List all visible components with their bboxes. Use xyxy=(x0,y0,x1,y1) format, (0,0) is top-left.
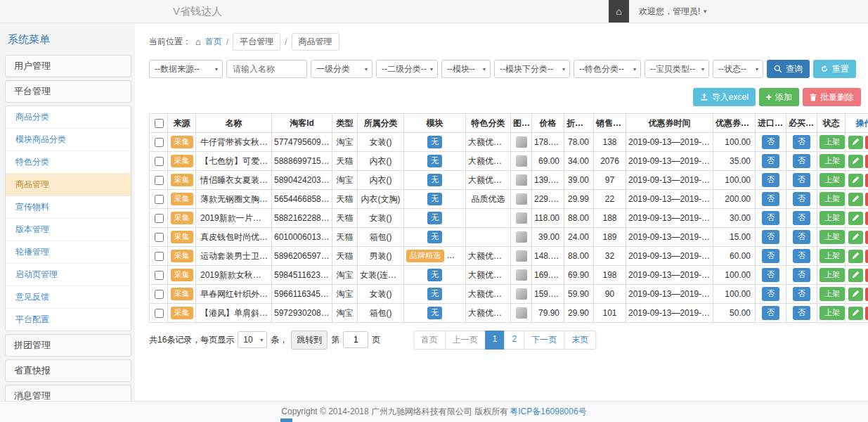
delete-button[interactable] xyxy=(865,288,868,301)
row-checkbox[interactable] xyxy=(155,214,164,223)
sidebar-subitem-6[interactable]: 轮播管理 xyxy=(6,241,131,263)
edit-button[interactable] xyxy=(848,174,863,187)
status-button[interactable]: 上架 xyxy=(820,268,845,281)
import-select-toggle[interactable]: 否 xyxy=(762,306,779,319)
user-dropdown[interactable]: 欢迎您，管理员! ▼ xyxy=(639,6,708,18)
import-select-toggle[interactable]: 否 xyxy=(762,135,779,148)
must-buy-toggle[interactable]: 否 xyxy=(793,211,810,224)
level1-category-select[interactable]: 一级分类▾ xyxy=(311,60,373,78)
import-select-toggle[interactable]: 否 xyxy=(762,173,779,186)
status-select[interactable]: --状态--▾ xyxy=(713,60,763,78)
edit-button[interactable] xyxy=(848,155,863,168)
pagination-item[interactable]: 2 xyxy=(505,331,525,350)
status-button[interactable]: 上架 xyxy=(820,249,845,262)
row-checkbox[interactable] xyxy=(155,252,164,261)
status-button[interactable]: 上架 xyxy=(820,211,845,224)
sidebar-subitem-7[interactable]: 启动页管理 xyxy=(6,263,131,286)
sidebar-subitem-9[interactable]: 平台配置 xyxy=(6,308,131,331)
sidebar-subitem-0[interactable]: 商品分类 xyxy=(6,106,131,128)
row-checkbox[interactable] xyxy=(155,233,164,242)
sidebar-subitem-5[interactable]: 版本管理 xyxy=(6,218,131,241)
delete-button[interactable] xyxy=(865,250,868,263)
edit-button[interactable] xyxy=(848,269,863,282)
delete-button[interactable] xyxy=(865,231,868,244)
import-excel-button[interactable]: 导入excel xyxy=(693,88,756,106)
breadcrumb-home-link[interactable]: 首页 xyxy=(205,36,222,48)
row-checkbox[interactable] xyxy=(155,290,164,299)
import-select-toggle[interactable]: 否 xyxy=(762,287,779,300)
delete-button[interactable] xyxy=(865,269,868,282)
must-buy-toggle[interactable]: 否 xyxy=(793,249,810,262)
pagination-current-page[interactable]: 1 xyxy=(485,331,505,350)
edit-button[interactable] xyxy=(848,212,863,225)
must-buy-toggle[interactable]: 否 xyxy=(793,154,810,167)
import-select-toggle[interactable]: 否 xyxy=(762,249,779,262)
delete-button[interactable] xyxy=(865,155,868,168)
search-button[interactable]: 查询 xyxy=(767,60,810,78)
sidebar-subitem-2[interactable]: 特色分类 xyxy=(6,151,131,173)
import-select-toggle[interactable]: 否 xyxy=(762,192,779,205)
row-checkbox[interactable] xyxy=(155,157,164,166)
must-buy-toggle[interactable]: 否 xyxy=(793,135,810,148)
module-subcategory-select[interactable]: --模块下分类--▾ xyxy=(494,60,570,78)
feature-category-select[interactable]: --特色分类--▾ xyxy=(574,60,641,78)
sidebar-subitem-4[interactable]: 宣传物料 xyxy=(6,196,131,218)
edit-button[interactable] xyxy=(848,193,863,206)
edit-button[interactable] xyxy=(848,231,863,244)
delete-button[interactable] xyxy=(865,174,868,187)
must-buy-toggle[interactable]: 否 xyxy=(793,173,810,186)
add-button[interactable]: + 添加 xyxy=(759,88,799,106)
row-checkbox[interactable] xyxy=(155,138,164,147)
edit-button[interactable] xyxy=(848,136,863,149)
edit-button[interactable] xyxy=(848,307,863,320)
row-checkbox[interactable] xyxy=(155,195,164,204)
status-button[interactable]: 上架 xyxy=(820,173,845,186)
sidebar-subitem-3[interactable]: 商品管理 xyxy=(6,173,131,196)
item-type-select[interactable]: --宝贝类型--▾ xyxy=(644,60,709,78)
goto-page-button[interactable]: 跳转到 xyxy=(291,331,328,350)
import-select-toggle[interactable]: 否 xyxy=(762,154,779,167)
breadcrumb-item-goods[interactable]: 商品管理 xyxy=(292,33,339,51)
module-select[interactable]: --模块--▾ xyxy=(441,60,491,78)
must-buy-toggle[interactable]: 否 xyxy=(793,230,810,243)
home-nav-button[interactable]: ⌂ xyxy=(609,0,629,23)
pagination-item[interactable]: 末页 xyxy=(564,331,596,350)
sidebar-item-3[interactable]: 省直快报 xyxy=(5,359,131,382)
must-buy-toggle[interactable]: 否 xyxy=(793,306,810,319)
row-checkbox[interactable] xyxy=(155,271,164,280)
status-button[interactable]: 上架 xyxy=(820,287,845,300)
name-search-input[interactable] xyxy=(226,60,307,78)
data-source-select[interactable]: --数据来源--▾ xyxy=(149,60,223,78)
select-all-checkbox[interactable] xyxy=(155,119,164,128)
per-page-select[interactable]: 10 ▾ xyxy=(238,331,267,348)
sidebar-item-1[interactable]: 平台管理 xyxy=(5,80,131,103)
must-buy-toggle[interactable]: 否 xyxy=(793,268,810,281)
level2-category-select[interactable]: --二级分类--▾ xyxy=(376,60,438,78)
sidebar-item-0[interactable]: 用户管理 xyxy=(5,55,131,77)
sidebar-subitem-8[interactable]: 意见反馈 xyxy=(6,286,131,308)
edit-button[interactable] xyxy=(848,288,863,301)
icp-link[interactable]: 粤ICP备16098006号 xyxy=(510,406,586,418)
import-select-toggle[interactable]: 否 xyxy=(762,268,779,281)
import-select-toggle[interactable]: 否 xyxy=(762,230,779,243)
batch-delete-button[interactable]: 批量删除 xyxy=(803,88,861,106)
page-number-input[interactable] xyxy=(343,331,368,348)
delete-button[interactable] xyxy=(865,212,868,225)
must-buy-toggle[interactable]: 否 xyxy=(793,192,810,205)
delete-button[interactable] xyxy=(865,307,868,320)
status-button[interactable]: 上架 xyxy=(820,230,845,243)
status-button[interactable]: 上架 xyxy=(820,135,845,148)
delete-button[interactable] xyxy=(865,193,868,206)
row-checkbox[interactable] xyxy=(155,176,164,185)
sidebar-item-4[interactable]: 消息管理 xyxy=(5,385,131,401)
reset-button[interactable]: 重置 xyxy=(813,60,856,78)
status-button[interactable]: 上架 xyxy=(820,154,845,167)
row-checkbox[interactable] xyxy=(155,309,164,318)
sidebar-subitem-1[interactable]: 模块商品分类 xyxy=(6,128,131,151)
import-select-toggle[interactable]: 否 xyxy=(762,211,779,224)
breadcrumb-item-platform[interactable]: 平台管理 xyxy=(233,33,280,51)
delete-button[interactable] xyxy=(865,136,868,149)
status-button[interactable]: 上架 xyxy=(820,306,845,319)
sidebar-item-2[interactable]: 拼团管理 xyxy=(5,334,131,357)
edit-button[interactable] xyxy=(848,250,863,263)
